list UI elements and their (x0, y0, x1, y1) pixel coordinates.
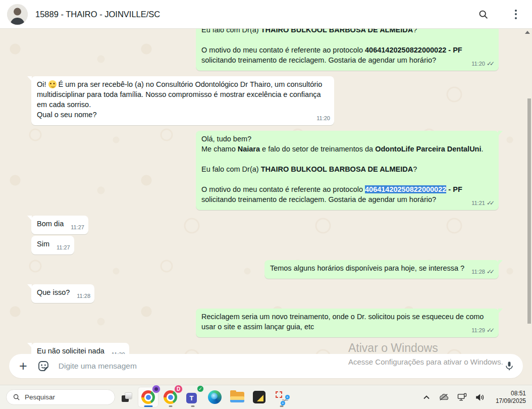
menu-kebab-icon[interactable] (511, 8, 521, 21)
chrome-icon (164, 390, 177, 404)
message-time: 11:21 (471, 198, 485, 208)
chat-header: 15889 - THAIRO - JOINVILLE/SC (0, 0, 532, 29)
message-line: Me chamo Naiara e falo do setor de trein… (201, 144, 494, 154)
message-line: Qual o seu nome?11:20 (37, 110, 329, 120)
emoji-sticker-icon[interactable] (37, 360, 49, 372)
selected-protocol-text: 40641420250822000022 (365, 185, 446, 193)
message-time: 11:20 (471, 59, 485, 69)
message-row: Sim11:27 (31, 236, 499, 254)
header-actions (476, 7, 521, 22)
chat-title: 15889 - THAIRO - JOINVILLE/SC (35, 10, 160, 19)
running-indicator (280, 405, 283, 407)
network-status-icon[interactable] (456, 392, 468, 402)
task-view-icon (122, 393, 132, 402)
taskbar-snipping-tool-button[interactable]: ✂++ (271, 387, 292, 407)
message-input[interactable] (59, 362, 503, 371)
tray-date: 17/09/2025 (496, 397, 526, 405)
attach-plus-icon[interactable]: + (18, 360, 28, 373)
task-view-button[interactable] (117, 387, 136, 407)
taskbar-file-explorer-button[interactable] (227, 387, 247, 407)
chrome-icon (141, 390, 155, 404)
message-row: Eu falo com Dr(a) THAIRO BULKOOL BARBOSA… (31, 29, 499, 71)
message-line: Temos alguns horários disponíveis para h… (270, 263, 494, 273)
magnifier-glyph (478, 9, 489, 20)
double-check-icon: ✓✓ (487, 327, 495, 333)
double-check-icon: ✓✓ (487, 269, 495, 275)
taskbar-chrome-profile1-button[interactable] (138, 387, 158, 407)
message-meta: 11:20 (316, 113, 330, 123)
message-line (201, 35, 494, 45)
message-bubble-outgoing[interactable]: Reciclagem seria um novo treinamento, on… (196, 309, 499, 337)
message-bubble-incoming[interactable]: Bom dia11:27 (31, 216, 88, 234)
message-composer: + (9, 354, 523, 378)
message-time: 11:28 (471, 267, 485, 277)
microphone-icon[interactable] (503, 360, 516, 373)
scrollbar-up-arrow[interactable] (525, 31, 530, 34)
message-meta: 11:27 (57, 242, 70, 252)
message-bubble-outgoing[interactable]: Temos alguns horários disponíveis para h… (264, 260, 499, 279)
taskbar-teams-button[interactable]: T ✓ (182, 387, 203, 407)
message-line: O motivo do meu contato é referente ao p… (201, 45, 494, 65)
conversation-panel[interactable]: Eu falo com Dr(a) THAIRO BULKOOL BARBOSA… (0, 29, 532, 385)
windows-taskbar: Pesquisar D T ✓ ✂++ (0, 385, 532, 409)
message-meta: 11:29✓✓ (471, 325, 495, 335)
onedrive-paused-icon[interactable] (438, 392, 450, 402)
taskbar-search[interactable]: Pesquisar (6, 389, 115, 405)
message-row: Que isso?11:28 (31, 284, 499, 303)
taskbar-edge-button[interactable] (204, 387, 225, 407)
running-indicator (169, 405, 172, 407)
tray-chevron-up-icon[interactable] (422, 394, 431, 401)
taskbar-search-label: Pesquisar (25, 393, 55, 401)
message-line: O motivo do meu contato é referente ao p… (201, 184, 494, 205)
search-icon (13, 393, 20, 401)
message-bubble-incoming[interactable]: Sim11:27 (31, 236, 74, 254)
message-bubble-incoming[interactable]: Oi! É um pra ser recebê-lo (a) no Consul… (31, 76, 334, 125)
message-bubble-outgoing[interactable]: Olá, tudo bem?Me chamo Naiara e falo do … (196, 131, 499, 210)
double-check-icon: ✓✓ (487, 200, 495, 206)
message-meta: 11:28✓✓ (471, 267, 495, 277)
message-time: 11:29 (471, 325, 485, 335)
teams-icon: T (186, 391, 199, 403)
tray-time: 08:51 (496, 390, 526, 397)
contact-avatar[interactable] (7, 4, 28, 25)
search-icon[interactable] (476, 7, 491, 22)
message-line: Olá, tudo bem? (201, 134, 494, 144)
taskbar-notes-app-button[interactable] (249, 387, 270, 407)
message-line: Bom dia11:27 (37, 219, 83, 229)
message-bubble-incoming[interactable]: Que isso?11:28 (31, 284, 94, 303)
message-line (201, 174, 494, 184)
edge-icon (208, 390, 222, 404)
message-line: Eu falo com Dr(a) THAIRO BULKOOL BARBOSA… (201, 164, 494, 174)
message-row: Reciclagem seria um novo treinamento, on… (31, 309, 499, 337)
message-meta: 11:27 (71, 222, 84, 232)
smiling-face-emoji-icon (48, 80, 57, 88)
taskbar-chrome-profile2-button[interactable]: D (160, 387, 181, 407)
snipping-tool-icon: ✂++ (275, 391, 288, 404)
notes-app-icon (253, 391, 265, 403)
message-line: Reciclagem seria um novo treinamento, on… (201, 312, 494, 332)
chrome-profile-d-badge: D (174, 385, 183, 393)
message-meta: 11:20✓✓ (471, 59, 495, 69)
message-line: Sim11:27 (37, 239, 69, 249)
message-time: 11:27 (71, 222, 84, 232)
sticker-glyph (37, 360, 49, 372)
message-time: 11:20 (316, 113, 330, 123)
chrome-profile-badge (152, 385, 161, 393)
message-time: 11:27 (57, 242, 70, 252)
message-time: 11:28 (77, 291, 90, 301)
message-meta: 11:28 (77, 291, 90, 301)
message-row: Oi! É um pra ser recebê-lo (a) no Consul… (31, 76, 499, 125)
message-meta: 11:21✓✓ (471, 198, 495, 208)
volume-icon[interactable] (474, 392, 486, 402)
tray-clock[interactable]: 08:51 17/09/2025 (496, 390, 526, 405)
file-explorer-icon (230, 392, 244, 402)
message-row: Olá, tudo bem?Me chamo Naiara e falo do … (31, 131, 499, 210)
message-list: Eu falo com Dr(a) THAIRO BULKOOL BARBOSA… (0, 29, 532, 362)
message-bubble-outgoing[interactable]: Eu falo com Dr(a) THAIRO BULKOOL BARBOSA… (196, 29, 499, 71)
double-check-icon: ✓✓ (487, 61, 495, 67)
message-row: Bom dia11:27 (31, 216, 499, 234)
message-line: Eu falo com Dr(a) THAIRO BULKOOL BARBOSA… (201, 29, 494, 35)
scrollbar-thumb[interactable] (527, 98, 531, 324)
message-line (201, 154, 494, 164)
teams-status-check-badge: ✓ (197, 385, 204, 392)
